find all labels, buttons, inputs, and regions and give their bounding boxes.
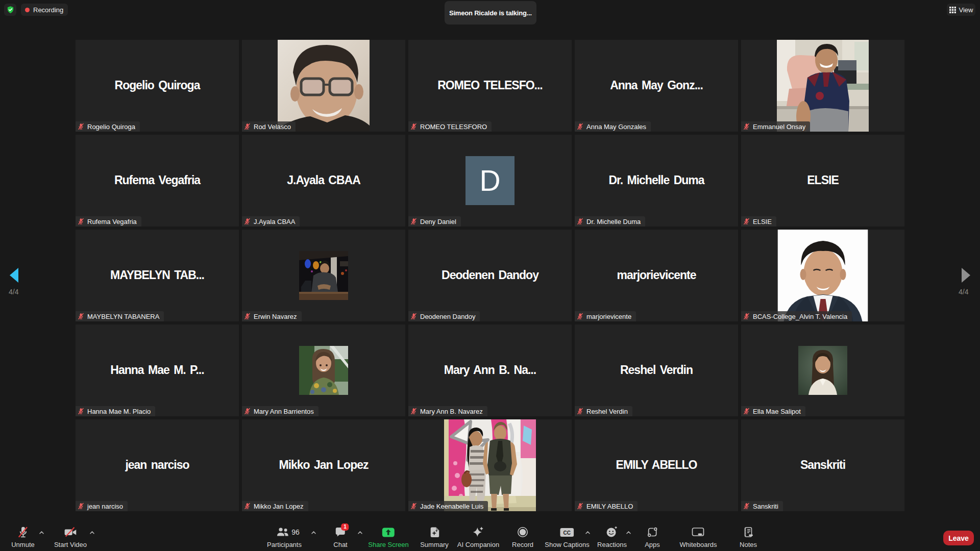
svg-text:CC: CC — [564, 530, 571, 535]
